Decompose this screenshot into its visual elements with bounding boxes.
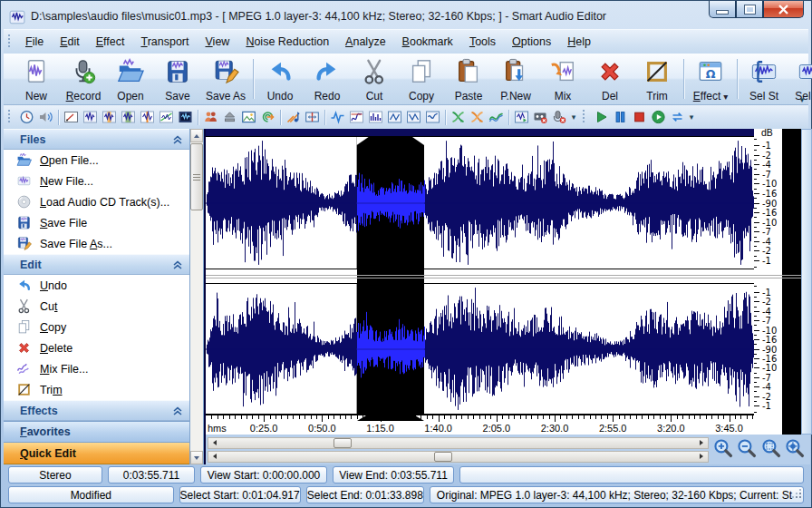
toolbar-button-trim[interactable]: Trim [633,56,681,103]
toolbar-button-record[interactable]: Record [60,56,107,103]
horizontal-scrollbar-1[interactable] [208,437,709,449]
menu-item-file[interactable]: File [17,33,52,51]
wave-crop-icon[interactable] [119,108,138,126]
scroll-left-arrow[interactable] [209,453,220,461]
sidebar-item-mix-file[interactable]: Mix File... [4,358,189,379]
sidebar-band-quick-edit[interactable]: Quick Edit [4,443,189,464]
filter1-icon[interactable] [385,108,404,126]
sidebar-item-delete[interactable]: Delete [4,337,189,358]
stop-icon[interactable] [630,108,649,126]
menu-item-transport[interactable]: Transport [132,33,197,51]
menu-item-options[interactable]: Options [504,33,559,51]
loop-icon[interactable] [668,108,687,126]
scrollbar-thumb[interactable] [334,438,352,448]
toolbar-overflow-button[interactable]: ▾ [687,114,696,121]
speaker-icon[interactable] [36,108,55,126]
dropdown-caret-icon[interactable]: ▾ [723,92,728,102]
play-icon[interactable] [592,108,611,126]
toolbar-button-save-as[interactable]: Save As [201,56,250,103]
sidebar-section-files[interactable]: Files [4,129,189,150]
sidebar-section-edit[interactable]: Edit [4,254,189,275]
toolbar-button-cut[interactable]: Cut [351,56,398,103]
horizontal-scrollbar-2[interactable] [208,451,709,463]
tape-x-icon[interactable] [531,108,550,126]
scroll-right-arrow[interactable] [696,453,707,461]
wave-insert-icon[interactable] [100,108,119,126]
gauge-icon[interactable] [62,108,81,126]
zoom-to-selection-button[interactable] [760,437,781,462]
sidebar-item-copy[interactable]: Copy [4,317,189,337]
minimize-button[interactable] [709,1,736,18]
toolbar-button-new[interactable]: New [13,56,60,103]
toolbar-button-copy[interactable]: Copy [398,56,445,103]
menu-item-help[interactable]: Help [559,33,599,51]
maximize-button[interactable] [736,1,763,18]
clip-play-icon[interactable] [512,108,531,126]
users-icon[interactable] [201,108,220,126]
menubar-grip[interactable] [7,34,12,49]
sidebar-item-new-file[interactable]: New File... [4,171,189,191]
spiral-icon[interactable] [258,108,277,126]
sidebar-item-cut[interactable]: Cut [4,296,189,317]
sidebar-item-save-file-as[interactable]: Save File As... [4,233,189,254]
toolbar-button-undo[interactable]: Undo [256,56,304,103]
sidebar-item-undo[interactable]: Undo [4,275,189,296]
sidebar-section-effects[interactable]: Effects [4,400,189,421]
menu-item-effect[interactable]: Effect [88,33,133,51]
toolbar-grip[interactable] [582,110,586,124]
title-bar[interactable]: D:\samples\audio files\music01.mp3 - [ M… [4,3,808,29]
toolbar-button-del[interactable]: Del [586,56,633,103]
wave-envelope-icon[interactable] [157,108,176,126]
mic-x-icon[interactable] [550,108,569,126]
menu-item-view[interactable]: View [197,33,237,51]
scroll-left-arrow[interactable] [209,439,220,447]
waveform-overview-strip[interactable] [206,129,754,136]
cursor-marker-icon[interactable] [303,108,322,126]
collapse-chevron-icon[interactable] [173,260,182,269]
menu-item-analyze[interactable]: Analyze [337,33,393,51]
clock-icon[interactable] [17,108,36,126]
sidebar-item-trim[interactable]: Trim [4,379,189,400]
spectrum-icon[interactable] [347,108,366,126]
zoom-full-button[interactable] [784,437,805,462]
toolbar-grip[interactable] [7,110,12,124]
menu-item-bookmark[interactable]: Bookmark [394,33,461,51]
toolbar-button-effect[interactable]: ΩEffect▾ [687,56,734,103]
sidebar-item-open-file[interactable]: Open File... [4,150,189,171]
menu-item-edit[interactable]: Edit [52,33,88,51]
scroll-right-arrow[interactable] [696,439,707,447]
time-ruler[interactable]: hms 0:25.00:50.01:15.01:40.02:05.02:30.0… [206,415,754,435]
zoom-in-button[interactable] [712,437,733,462]
sidebar-scrollbar[interactable] [190,129,204,464]
toolbar-button-open[interactable]: Open [107,56,154,103]
scroll-up-arrow[interactable] [190,129,203,142]
sidebar-band-favorites[interactable]: Favorites [4,421,189,443]
pulse-icon[interactable] [328,108,347,126]
toolbar-button-sel-st[interactable]: Sel St [740,56,788,103]
spectrum2-icon[interactable] [366,108,385,126]
image-icon[interactable] [239,108,258,126]
wave-marker-icon[interactable] [138,108,157,126]
scroll-down-arrow[interactable] [190,451,203,464]
toolbar-button-p-new[interactable]: P.New [492,56,539,103]
playcircle-icon[interactable] [649,108,668,126]
sidebar-item-save-file[interactable]: Save File [4,212,189,233]
toolbar-button-mix[interactable]: Mix [539,56,586,103]
zoom-out-button[interactable] [736,437,757,462]
wave-copy-icon[interactable] [81,108,100,126]
eject-icon[interactable] [220,108,239,126]
scrollbar-thumb[interactable] [434,452,452,462]
toolbar-overflow-button[interactable]: ▾ [569,114,578,121]
toolbar-button-paste[interactable]: Paste [445,56,492,103]
menu-item-noise-reduction[interactable]: Noise Reduction [237,33,337,51]
sidebar-scrollbar-thumb[interactable] [190,143,203,210]
pause-icon[interactable] [611,108,630,126]
close-button[interactable] [763,1,804,18]
waveform-left-channel[interactable] [206,136,754,269]
filter2-icon[interactable] [404,108,423,126]
collapse-chevron-icon[interactable] [173,135,182,144]
resize-grip[interactable] [792,490,803,501]
shuffle-icon[interactable] [284,108,303,126]
menu-item-tools[interactable]: Tools [461,33,504,51]
sidebar-item-load-audio-cd-track-s[interactable]: Load Audio CD Track(s)... [4,191,189,212]
